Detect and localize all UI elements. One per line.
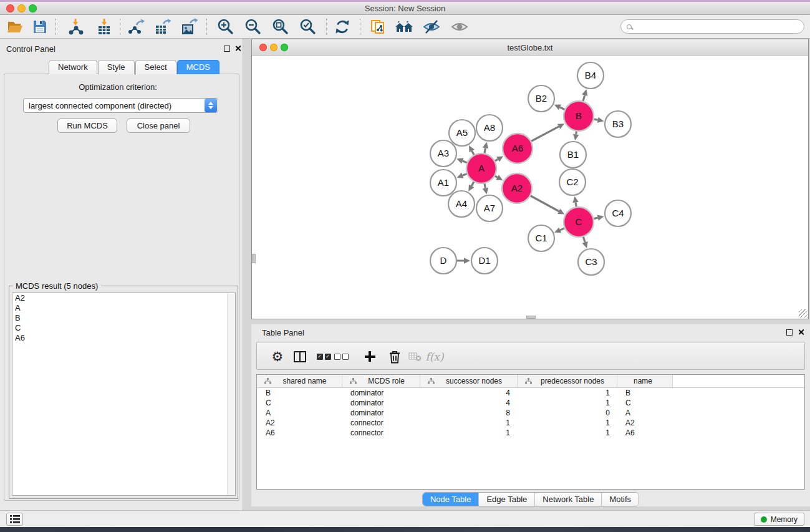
column-header-successor-nodes[interactable]: successor nodes <box>420 375 517 387</box>
network-graph[interactable]: B4B2BB3A5A8A6B1A3AC2A1A2A4A7C4CC1C3DD1 <box>252 56 808 318</box>
network-hscroll-stub[interactable] <box>526 316 536 319</box>
table-cell[interactable]: A <box>617 408 672 418</box>
close-panel-button[interactable]: Close panel <box>127 118 190 133</box>
table-row[interactable]: A2connector11A2 <box>257 418 804 428</box>
table-row[interactable]: Bdominator41B <box>257 388 804 398</box>
network-vscroll-stub[interactable] <box>252 254 256 263</box>
table-cell[interactable]: dominator <box>342 408 420 418</box>
table-options-gear-icon[interactable]: ⚙ <box>269 342 286 370</box>
zoom-out-icon[interactable] <box>244 17 263 36</box>
table-cell[interactable]: 4 <box>420 388 517 398</box>
network-window-titlebar[interactable]: testGlobe.txt <box>252 39 808 56</box>
graph-node-A[interactable]: A <box>466 153 496 183</box>
table-cell[interactable]: connector <box>342 428 420 438</box>
table-cell[interactable]: dominator <box>342 398 420 408</box>
zoom-in-icon[interactable] <box>216 17 235 36</box>
export-image-icon[interactable] <box>180 17 199 36</box>
export-network-icon[interactable] <box>127 17 146 36</box>
tab-network[interactable]: Network <box>49 60 97 74</box>
graph-node-C4[interactable]: C4 <box>605 200 631 226</box>
table-panel-close-icon[interactable] <box>798 329 804 336</box>
memory-button[interactable]: Memory <box>754 513 804 526</box>
network-canvas[interactable]: B4B2BB3A5A8A6B1A3AC2A1A2A4A7C4CC1C3DD1 <box>252 56 808 319</box>
tab-style[interactable]: Style <box>98 60 135 74</box>
table-tab-motifs[interactable]: Motifs <box>601 493 639 506</box>
graph-node-C3[interactable]: C3 <box>578 249 604 275</box>
graph-node-B1[interactable]: B1 <box>560 142 586 168</box>
mcds-result-list[interactable]: A2ABCA6 <box>12 293 236 496</box>
show-column-icon[interactable] <box>292 342 308 370</box>
table-panel-float-icon[interactable] <box>786 329 793 336</box>
mcds-result-item[interactable]: A6 <box>12 333 235 343</box>
graph-node-B[interactable]: B <box>564 101 594 131</box>
table-cell[interactable]: 4 <box>420 398 517 408</box>
zoom-fit-icon[interactable] <box>271 17 290 36</box>
control-panel-float-icon[interactable] <box>224 46 230 52</box>
column-header-predecessor-nodes[interactable]: predecessor nodes <box>517 375 617 387</box>
export-table-icon[interactable] <box>153 17 172 36</box>
table-cell[interactable]: A2 <box>617 418 672 428</box>
graph-node-B3[interactable]: B3 <box>605 111 631 137</box>
graph-node-B4[interactable]: B4 <box>577 62 604 89</box>
save-session-icon[interactable] <box>31 17 49 36</box>
table-cell[interactable]: B <box>257 388 342 398</box>
table-tab-node-table[interactable]: Node Table <box>423 493 479 506</box>
table-cell[interactable]: 1 <box>517 388 617 398</box>
graph-node-D1[interactable]: D1 <box>471 248 498 274</box>
table-cell[interactable]: A6 <box>257 428 342 438</box>
task-history-button[interactable] <box>6 513 23 526</box>
graph-node-A7[interactable]: A7 <box>476 195 503 221</box>
control-panel-close-icon[interactable] <box>234 45 241 52</box>
network-resize-grip[interactable] <box>799 309 808 318</box>
unselect-all-columns-icon[interactable] <box>333 342 349 370</box>
new-network-from-selection-icon[interactable] <box>369 17 388 36</box>
select-all-columns-icon[interactable]: ✓✓ <box>316 342 332 370</box>
table-tab-network-table[interactable]: Network Table <box>534 493 601 506</box>
delete-row-trash-icon[interactable] <box>387 342 403 370</box>
search-field[interactable] <box>620 19 804 34</box>
search-input[interactable] <box>632 22 804 31</box>
hide-selected-eye-slash-icon[interactable] <box>422 17 441 36</box>
graph-node-D[interactable]: D <box>430 248 456 274</box>
graph-node-C1[interactable]: C1 <box>528 225 554 251</box>
graph-node-C[interactable]: C <box>564 207 594 237</box>
import-table-icon[interactable] <box>95 17 113 36</box>
graph-node-A5[interactable]: A5 <box>449 120 475 146</box>
table-cell[interactable]: A2 <box>257 418 342 428</box>
table-cell[interactable]: 1 <box>517 418 617 428</box>
graph-node-A8[interactable]: A8 <box>476 115 503 141</box>
node-table[interactable]: shared nameMCDS rolesuccessor nodesprede… <box>256 374 805 490</box>
mcds-result-item[interactable]: C <box>12 323 235 333</box>
column-header-mcds-role[interactable]: MCDS role <box>342 375 420 387</box>
mcds-result-item[interactable]: B <box>12 313 235 323</box>
table-cell[interactable]: 1 <box>517 398 617 408</box>
table-cell[interactable]: connector <box>342 418 420 428</box>
graph-node-A1[interactable]: A1 <box>430 170 456 196</box>
table-tab-edge-table[interactable]: Edge Table <box>478 493 534 506</box>
table-cell[interactable]: C <box>617 398 672 408</box>
table-row[interactable]: Adominator80A <box>257 408 804 418</box>
table-cell[interactable]: 1 <box>517 428 617 438</box>
show-all-eye-icon[interactable] <box>450 17 469 36</box>
mcds-result-scrollbar[interactable] <box>227 293 235 495</box>
zoom-selected-icon[interactable] <box>299 17 317 36</box>
table-cell[interactable]: 1 <box>420 418 517 428</box>
column-header-shared-name[interactable]: shared name <box>257 375 342 387</box>
tab-select[interactable]: Select <box>135 60 176 74</box>
table-cell[interactable]: 1 <box>420 428 517 438</box>
table-cell[interactable]: dominator <box>342 388 420 398</box>
graph-node-A4[interactable]: A4 <box>448 191 475 217</box>
apply-layout-icon[interactable] <box>333 17 352 36</box>
add-row-plus-icon[interactable] <box>362 342 378 370</box>
mcds-result-item[interactable]: A2 <box>12 293 235 303</box>
table-cell[interactable]: C <box>257 398 342 408</box>
table-cell[interactable]: A <box>257 408 342 418</box>
graph-node-A6[interactable]: A6 <box>503 133 533 163</box>
table-cell[interactable]: 0 <box>517 408 617 418</box>
tab-mcds[interactable]: MCDS <box>177 60 219 74</box>
run-mcds-button[interactable]: Run MCDS <box>57 118 117 133</box>
table-row[interactable]: A6connector11A6 <box>257 428 804 438</box>
table-cell[interactable]: 8 <box>420 408 517 418</box>
table-row[interactable]: Cdominator41C <box>257 398 804 408</box>
import-network-icon[interactable] <box>66 17 85 36</box>
